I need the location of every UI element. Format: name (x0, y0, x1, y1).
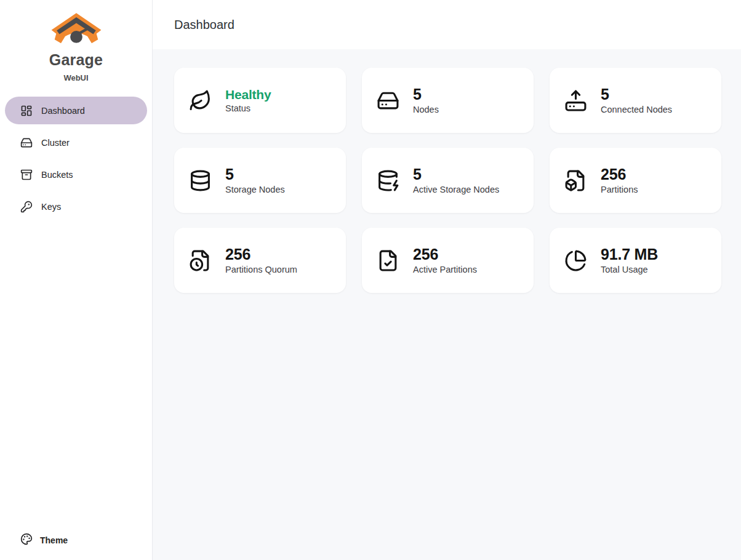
sidebar-item-buckets[interactable]: Buckets (5, 161, 147, 188)
sidebar-item-label: Dashboard (41, 106, 85, 116)
stat-value: 256 (413, 246, 477, 263)
stat-card-storage-nodes: 5 Storage Nodes (174, 148, 346, 213)
theme-button[interactable]: Theme (20, 533, 68, 547)
stat-value: 5 (225, 166, 285, 183)
stat-label: Status (225, 103, 271, 113)
database-icon (189, 169, 212, 192)
sidebar-item-keys[interactable]: Keys (5, 193, 147, 220)
leaf-icon (189, 89, 212, 112)
layout-dashboard-icon (20, 105, 33, 117)
file-check-icon (377, 249, 399, 272)
sidebar-item-label: Cluster (41, 138, 70, 148)
key-icon (20, 201, 33, 213)
sidebar-item-label: Keys (41, 202, 61, 212)
archive-icon (20, 169, 33, 181)
stat-value: 5 (601, 86, 672, 103)
brand-subtitle: WebUI (0, 73, 152, 82)
stat-label: Connected Nodes (601, 105, 672, 114)
stat-value: Healthy (225, 87, 271, 102)
main-area: Dashboard Healthy Status 5 Nodes 5 Conne… (153, 0, 741, 560)
stats-grid: Healthy Status 5 Nodes 5 Connected Nodes… (174, 68, 721, 293)
hard-drive-icon (20, 137, 33, 149)
stat-label: Storage Nodes (225, 185, 285, 194)
sidebar: Garage WebUI Dashboard Cluster Buckets K… (0, 0, 153, 560)
stat-label: Nodes (413, 105, 439, 114)
stat-label: Active Partitions (413, 265, 477, 274)
file-clock-icon (189, 249, 212, 272)
stat-card-connected-nodes: 5 Connected Nodes (550, 68, 721, 133)
stat-value: 5 (413, 86, 439, 103)
stat-label: Partitions (601, 185, 638, 194)
stat-card-nodes: 5 Nodes (362, 68, 534, 133)
theme-label: Theme (40, 535, 68, 545)
stat-value: 5 (413, 166, 499, 183)
stat-value: 91.7 MB (601, 246, 658, 263)
garage-logo-icon (0, 10, 152, 50)
stat-label: Active Storage Nodes (413, 185, 499, 194)
hard-drive-upload-icon (564, 89, 587, 112)
stat-value: 256 (225, 246, 297, 263)
stat-card-partitions: 256 Partitions (550, 148, 721, 213)
brand-title: Garage (0, 51, 152, 69)
stat-card-status: Healthy Status (174, 68, 346, 133)
file-box-icon (564, 169, 587, 192)
sidebar-nav: Dashboard Cluster Buckets Keys (0, 97, 152, 220)
brand: Garage WebUI (0, 0, 152, 82)
stat-label: Partitions Quorum (225, 265, 297, 274)
database-zap-icon (377, 169, 399, 192)
palette-icon (20, 533, 33, 547)
stat-value: 256 (601, 166, 638, 183)
dashboard-content: Healthy Status 5 Nodes 5 Connected Nodes… (153, 49, 741, 560)
sidebar-item-label: Buckets (41, 170, 73, 180)
stat-card-active-partitions: 256 Active Partitions (362, 228, 534, 293)
sidebar-footer: Theme (0, 533, 152, 560)
stat-label: Total Usage (601, 265, 658, 274)
top-bar: Dashboard (153, 0, 741, 49)
sidebar-item-cluster[interactable]: Cluster (5, 129, 147, 156)
stat-card-total-usage: 91.7 MB Total Usage (550, 228, 721, 293)
hard-drive-icon (377, 89, 399, 112)
stat-card-active-storage-nodes: 5 Active Storage Nodes (362, 148, 534, 213)
stat-card-partitions-quorum: 256 Partitions Quorum (174, 228, 346, 293)
sidebar-item-dashboard[interactable]: Dashboard (5, 97, 147, 124)
pie-chart-icon (564, 249, 587, 272)
page-title: Dashboard (174, 18, 234, 32)
